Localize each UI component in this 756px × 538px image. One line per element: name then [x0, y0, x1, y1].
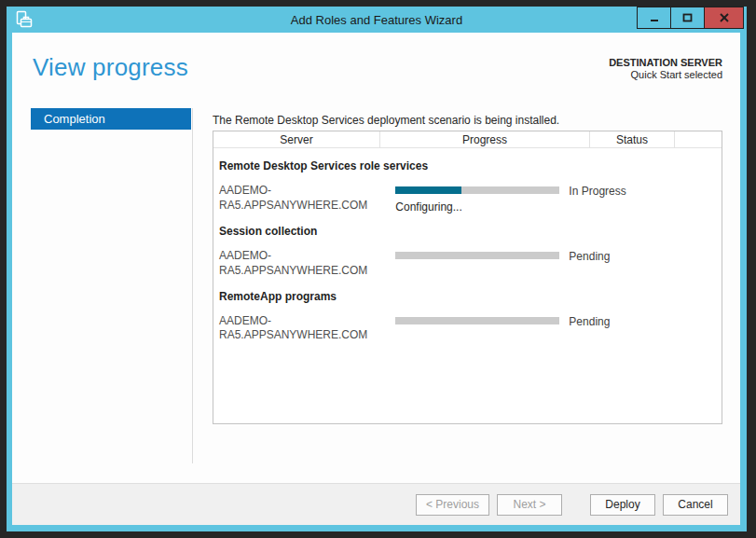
previous-button[interactable]: < Previous — [416, 494, 489, 516]
progress-track — [395, 317, 559, 324]
close-button[interactable] — [704, 7, 744, 29]
next-button[interactable]: Next > — [497, 494, 562, 516]
close-icon — [719, 12, 730, 23]
server-name: AADEMO-RA5.APPSANYWHERE.COM — [213, 314, 395, 344]
progress-bar: Configuring... — [395, 184, 559, 214]
window-title: Add Roles and Features Wizard — [7, 7, 747, 33]
table-row: AADEMO-RA5.APPSANYWHERE.COM Configuring.… — [213, 184, 722, 214]
section-title: Session collection — [219, 225, 722, 238]
cancel-button[interactable]: Cancel — [663, 494, 728, 516]
deploy-button[interactable]: Deploy — [590, 494, 655, 516]
sidebar-item-completion[interactable]: Completion — [31, 108, 191, 130]
server-name: AADEMO-RA5.APPSANYWHERE.COM — [213, 249, 395, 279]
progress-fill — [395, 186, 460, 194]
wizard-dialog: View progress DESTINATION SERVER Quick S… — [12, 33, 740, 525]
minimize-button[interactable] — [637, 7, 671, 29]
window-controls — [638, 7, 744, 29]
section-session-collection: Session collection AADEMO-RA5.APPSANYWHE… — [213, 225, 722, 279]
column-header-status[interactable]: Status — [590, 131, 675, 147]
destination-server-info: DESTINATION SERVER Quick Start selected — [609, 57, 722, 80]
column-header-progress[interactable]: Progress — [380, 131, 590, 147]
page-title: View progress — [33, 53, 188, 82]
column-header-server[interactable]: Server — [213, 131, 380, 147]
progress-bar — [395, 249, 559, 266]
destination-server-value: Quick Start selected — [609, 69, 722, 80]
section-remoteapp-programs: RemoteApp programs AADEMO-RA5.APPSANYWHE… — [213, 290, 722, 344]
minimize-icon — [649, 12, 660, 23]
progress-track — [395, 252, 559, 259]
table-header: Server Progress Status — [213, 131, 722, 148]
column-header-empty — [675, 131, 722, 147]
maximize-button[interactable] — [670, 7, 705, 29]
destination-server-label: DESTINATION SERVER — [609, 57, 722, 68]
maximize-icon — [681, 12, 694, 23]
titlebar: Add Roles and Features Wizard — [7, 7, 747, 33]
section-title: Remote Desktop Services role services — [219, 159, 722, 172]
progress-table: Server Progress Status Remote Desktop Se… — [213, 131, 722, 424]
wizard-footer: < Previous Next > Deploy Cancel — [12, 483, 740, 525]
progress-note: Configuring... — [395, 200, 559, 214]
table-row: AADEMO-RA5.APPSANYWHERE.COM Pending — [213, 249, 722, 279]
progress-bar — [395, 314, 559, 331]
sidebar-divider — [192, 108, 193, 463]
table-row: AADEMO-RA5.APPSANYWHERE.COM Pending — [213, 314, 722, 344]
section-title: RemoteApp programs — [219, 290, 722, 303]
status-text: In Progress — [569, 184, 625, 198]
status-text: Pending — [569, 249, 610, 263]
wizard-window: Add Roles and Features Wizard View progr… — [7, 7, 747, 531]
section-rds-role-services: Remote Desktop Services role services AA… — [213, 159, 722, 214]
progress-track — [395, 186, 559, 194]
intro-text: The Remote Desktop Services deployment s… — [213, 114, 559, 127]
server-name: AADEMO-RA5.APPSANYWHERE.COM — [213, 184, 395, 214]
status-text: Pending — [569, 314, 610, 328]
